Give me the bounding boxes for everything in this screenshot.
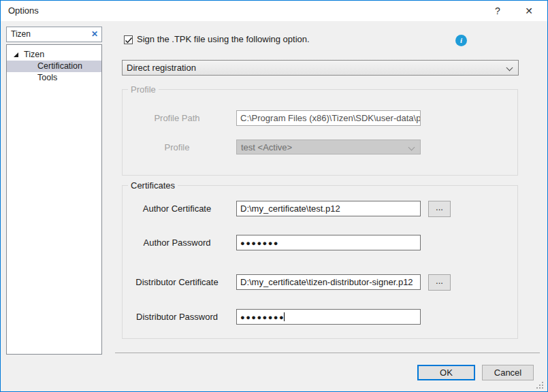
sign-tpk-checkbox[interactable]: [124, 35, 133, 44]
author-password-value: ●●●●●●●: [240, 235, 279, 250]
certificates-group: Certificates Author Certificate D:\my_ce…: [122, 185, 518, 339]
tree-item-label: Tools: [37, 72, 57, 84]
options-tree: Tizen Certification Tools: [6, 44, 102, 355]
titlebar[interactable]: Options ? ✕: [1, 1, 547, 21]
author-certificate-browse-button[interactable]: ...: [428, 201, 451, 217]
profile-path-value: C:\Program Files (x86)\Tizen\SDK\user-da…: [240, 111, 421, 125]
registration-method-dropdown[interactable]: Direct registration: [122, 60, 519, 76]
resize-grip[interactable]: [536, 382, 543, 389]
distributor-password-field[interactable]: ●●●●●●●●: [236, 309, 421, 325]
author-certificate-field[interactable]: D:\my_certificate\test.p12: [236, 201, 421, 216]
sign-tpk-label[interactable]: Sign the .TPK file using the following o…: [137, 31, 310, 48]
options-dialog: Options ? ✕ Tizen ✕ Tizen Certification …: [0, 0, 548, 392]
profile-label: Profile: [125, 140, 229, 155]
chevron-down-icon: [408, 144, 415, 151]
profile-path-label: Profile Path: [125, 110, 229, 126]
window-title: Options: [8, 1, 39, 21]
author-password-field[interactable]: ●●●●●●●: [236, 235, 421, 250]
distributor-certificate-label: Distributor Certificate: [125, 274, 229, 290]
separator: [115, 353, 540, 353]
info-icon[interactable]: i: [455, 35, 467, 46]
search-input[interactable]: Tizen ✕: [6, 27, 102, 42]
author-certificate-value: D:\my_certificate\test.p12: [240, 201, 340, 216]
chevron-down-icon: [506, 65, 513, 71]
cancel-button[interactable]: Cancel: [482, 365, 534, 380]
tree-item-label: Certification: [37, 61, 82, 72]
profile-dropdown: test <Active>: [236, 140, 421, 154]
dropdown-value: Direct registration: [127, 61, 196, 75]
author-password-label: Author Password: [125, 235, 229, 250]
profile-path-field: C:\Program Files (x86)\Tizen\SDK\user-da…: [236, 110, 421, 126]
certificates-group-title: Certificates: [128, 180, 178, 191]
tree-item-tizen[interactable]: Tizen: [7, 49, 101, 61]
help-icon[interactable]: ?: [486, 1, 509, 21]
profile-group: Profile Profile Path C:\Program Files (x…: [122, 89, 518, 176]
expand-triangle-icon[interactable]: [14, 52, 18, 57]
distributor-certificate-field[interactable]: D:\my_certificate\tizen-distributor-sign…: [236, 274, 421, 290]
tree-item-tools[interactable]: Tools: [7, 72, 101, 84]
profile-dropdown-value: test <Active>: [241, 140, 292, 154]
text-caret: [284, 312, 285, 321]
tree-item-label: Tizen: [24, 49, 44, 61]
distributor-password-value: ●●●●●●●●: [240, 313, 285, 321]
search-clear-icon[interactable]: ✕: [91, 27, 98, 42]
tree-item-certification[interactable]: Certification: [7, 61, 101, 72]
author-certificate-label: Author Certificate: [125, 201, 229, 216]
close-icon[interactable]: ✕: [517, 1, 541, 21]
distributor-password-label: Distributor Password: [125, 309, 229, 325]
ok-button[interactable]: OK: [417, 365, 475, 380]
distributor-certificate-browse-button[interactable]: ...: [428, 274, 451, 291]
checkmark-icon: [125, 37, 133, 44]
search-value: Tizen: [11, 27, 31, 42]
profile-group-title: Profile: [128, 84, 159, 95]
distributor-certificate-value: D:\my_certificate\tizen-distributor-sign…: [240, 275, 413, 289]
